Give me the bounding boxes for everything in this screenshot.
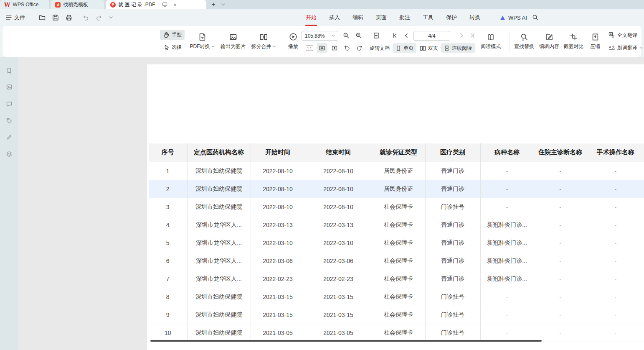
ribbon-search-icon[interactable] (530, 13, 540, 23)
table-cell: 普通门诊 (425, 252, 480, 270)
table-cell: - (587, 288, 644, 306)
table-cell: 深圳市龙华区人... (187, 216, 251, 234)
layers-panel-button[interactable] (5, 150, 13, 158)
wps-ai-logo-icon (499, 15, 506, 20)
annotate-panel-button[interactable] (5, 133, 13, 141)
fit-page-button[interactable] (329, 43, 340, 53)
continuous-read-button[interactable]: 连续阅读 (441, 43, 475, 53)
tab-home[interactable]: 开始 (306, 9, 317, 26)
select-tool-button[interactable]: 选择 (160, 42, 185, 52)
book-icon (487, 33, 495, 41)
undo-button[interactable] (81, 13, 91, 23)
wps-ai-button[interactable]: WPS AI (499, 9, 527, 26)
table-cell: 普通门诊 (425, 234, 480, 252)
single-page-icon (396, 45, 401, 51)
table-cell: 2022-08-10 (251, 180, 305, 198)
split-merge-label: 拆分合并 (251, 43, 271, 50)
first-page-button[interactable] (389, 31, 400, 41)
close-tab-icon[interactable]: × (172, 2, 177, 8)
fit-to-window-button[interactable] (371, 31, 382, 41)
pdf-convert-button[interactable]: PDF转换 (189, 29, 216, 54)
read-mode-button[interactable]: 阅读模式 (479, 29, 502, 54)
compress-button[interactable]: 压缩 (586, 29, 605, 54)
tags-panel-button[interactable] (5, 117, 13, 125)
table-cell: 2021-03-05 (305, 324, 372, 342)
previous-page-button[interactable] (401, 31, 412, 41)
monitor-icon[interactable] (162, 2, 167, 7)
table-cell: - (587, 270, 644, 288)
edit-content-button[interactable]: 编辑内容 (537, 29, 561, 54)
table-cell: - (587, 234, 644, 252)
tab-page[interactable]: 页面 (376, 9, 387, 26)
save-button[interactable] (51, 13, 61, 23)
continuous-scroll-icon (444, 45, 450, 51)
tab-protect[interactable]: 保护 (446, 9, 457, 26)
select-tool-label: 选择 (172, 44, 182, 51)
open-file-button[interactable] (37, 13, 47, 23)
tab-comment[interactable]: 批注 (399, 9, 410, 26)
hand-icon (163, 31, 170, 38)
table-cell: 普通门诊 (425, 270, 480, 288)
find-replace-button[interactable]: 查找替换 (512, 29, 536, 54)
play-button[interactable]: 播放 (284, 29, 302, 54)
tab-list-chevron-icon[interactable] (219, 0, 227, 9)
split-merge-button[interactable]: 拆分合并 (250, 29, 277, 54)
tab-edit[interactable]: 编辑 (352, 9, 363, 26)
table-cell: 深圳市妇幼保健院 (187, 324, 251, 342)
file-menu-button[interactable]: 文件 (4, 14, 27, 21)
word-translate-button[interactable]: A文 划词翻译 (606, 43, 644, 53)
export-image-icon (229, 33, 237, 41)
bookmarks-panel-button[interactable] (5, 67, 13, 74)
records-table: 序号定点医药机构名称开始时间结束时间就诊凭证类型医疗类别病种名称住院主诊断名称手… (149, 143, 644, 342)
redo-button[interactable] (94, 13, 104, 23)
rotate-document-label: 旋转文档 (370, 45, 390, 52)
zoom-in-icon (355, 32, 362, 39)
rotate-right-button[interactable] (354, 43, 365, 53)
fit-width-button[interactable] (317, 43, 327, 53)
rotate-left-button[interactable] (342, 43, 352, 53)
new-tab-button[interactable]: + (208, 0, 219, 9)
hand-tool-button[interactable]: 手型 (160, 30, 185, 40)
horizontal-scrollbar-thumb[interactable] (150, 340, 542, 342)
tab-insert[interactable]: 插入 (329, 9, 340, 26)
table-row: 3深圳市妇幼保健院2022-08-102022-08-10社会保障卡门诊挂号--… (149, 198, 644, 216)
table-cell: 新冠肺炎门诊... (480, 270, 534, 288)
next-page-button[interactable] (456, 31, 467, 41)
zoom-out-button[interactable] (341, 31, 352, 41)
export-image-button[interactable]: 输出为图片 (218, 29, 248, 54)
tab-tools[interactable]: 工具 (423, 9, 434, 26)
screenshot-compare-button[interactable]: 截图对比 (561, 29, 586, 54)
tab-convert[interactable]: 转换 (469, 9, 480, 26)
table-cell: 普通门诊 (425, 162, 480, 180)
chevron-down-icon (639, 47, 643, 49)
table-cell: 2022-03-10 (251, 234, 305, 252)
pdf-file-icon: P (110, 2, 116, 8)
bookmark-icon (6, 67, 13, 74)
table-cell: - (480, 162, 534, 180)
tab-wps-office[interactable]: W WPS Office (0, 0, 49, 9)
svg-text:A: A (609, 45, 611, 49)
print-button[interactable] (64, 13, 74, 23)
full-text-translate-button[interactable]: A文 全文翻译 (606, 30, 640, 40)
thumbnail-icon (6, 84, 13, 90)
comments-panel-button[interactable] (5, 100, 13, 108)
zoom-select[interactable]: 105.88% (302, 31, 338, 41)
tab-docer-templates[interactable]: d 找稻壳模板 (51, 0, 104, 9)
actual-size-button[interactable]: 1:1 (304, 43, 315, 53)
zoom-in-button[interactable] (353, 31, 364, 41)
table-cell: 新冠肺炎门诊... (480, 252, 534, 270)
single-page-button[interactable]: 单页 (393, 43, 416, 53)
rotate-document-button[interactable]: 旋转文档 (367, 43, 393, 53)
fit-width-icon (319, 45, 325, 51)
play-icon (289, 33, 297, 41)
table-cell: 社会保障卡 (372, 288, 425, 306)
tab-document[interactable]: P 就 医 记 录 .PDF × (106, 0, 206, 9)
table-cell: 新冠肺炎门诊... (480, 216, 534, 234)
last-page-button[interactable] (467, 31, 478, 41)
thumbnails-panel-button[interactable] (5, 83, 13, 91)
page-number-input[interactable] (413, 31, 450, 41)
fit-to-window-icon (373, 32, 380, 39)
table-row: 7深圳市龙华区人...2022-02-232022-02-23社会保障卡普通门诊… (149, 270, 644, 288)
redo-icon (96, 14, 102, 21)
history-dropdown-button[interactable] (107, 13, 114, 23)
